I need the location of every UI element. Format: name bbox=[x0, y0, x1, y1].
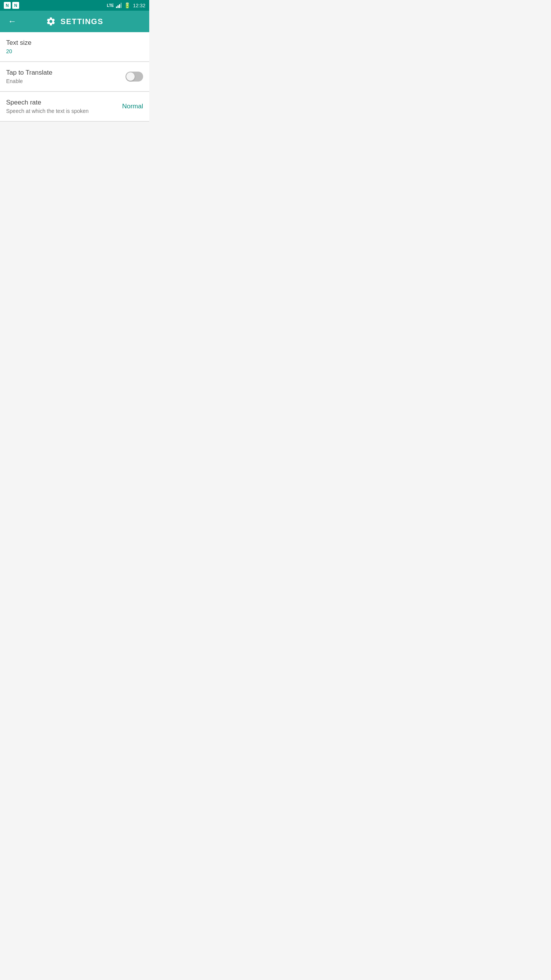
speech-rate-label: Speech rate bbox=[6, 99, 122, 106]
tap-to-translate-item[interactable]: Tap to Translate Enable bbox=[0, 62, 149, 91]
app-bar-title-area: SETTINGS bbox=[28, 16, 122, 26]
status-bar-time: 12:32 bbox=[133, 3, 145, 8]
settings-content: Text size 20 Tap to Translate Enable Spe… bbox=[0, 32, 149, 122]
text-size-value: 20 bbox=[6, 48, 143, 54]
tap-to-translate-toggle[interactable] bbox=[126, 72, 143, 82]
notification-icon-2: N bbox=[12, 2, 19, 9]
speech-rate-left: Speech rate Speech at which the text is … bbox=[6, 99, 122, 114]
status-bar-right: LTE 🔋 12:32 bbox=[107, 2, 145, 8]
tap-to-translate-left: Tap to Translate Enable bbox=[6, 69, 126, 84]
divider-3 bbox=[0, 121, 149, 122]
status-bar-left: N N bbox=[4, 2, 19, 9]
text-size-left: Text size 20 bbox=[6, 39, 143, 54]
text-size-item[interactable]: Text size 20 bbox=[0, 32, 149, 62]
gear-icon bbox=[46, 16, 56, 26]
battery-icon: 🔋 bbox=[124, 2, 130, 8]
tap-to-translate-label: Tap to Translate bbox=[6, 69, 126, 77]
speech-rate-sublabel: Speech at which the text is spoken bbox=[6, 108, 122, 114]
signal-icon bbox=[116, 3, 122, 8]
app-bar-title: SETTINGS bbox=[60, 17, 103, 26]
text-size-label: Text size bbox=[6, 39, 143, 47]
speech-rate-item[interactable]: Speech rate Speech at which the text is … bbox=[0, 92, 149, 121]
speech-rate-value: Normal bbox=[122, 103, 143, 110]
lte-indicator: LTE bbox=[107, 3, 114, 8]
tap-to-translate-toggle-container bbox=[126, 72, 143, 82]
toggle-knob bbox=[126, 72, 135, 81]
tap-to-translate-sublabel: Enable bbox=[6, 78, 126, 84]
notification-icon-1: N bbox=[4, 2, 11, 9]
status-bar: N N LTE 🔋 12:32 bbox=[0, 0, 149, 11]
app-bar: ← SETTINGS bbox=[0, 11, 149, 32]
back-button[interactable]: ← bbox=[6, 15, 18, 28]
